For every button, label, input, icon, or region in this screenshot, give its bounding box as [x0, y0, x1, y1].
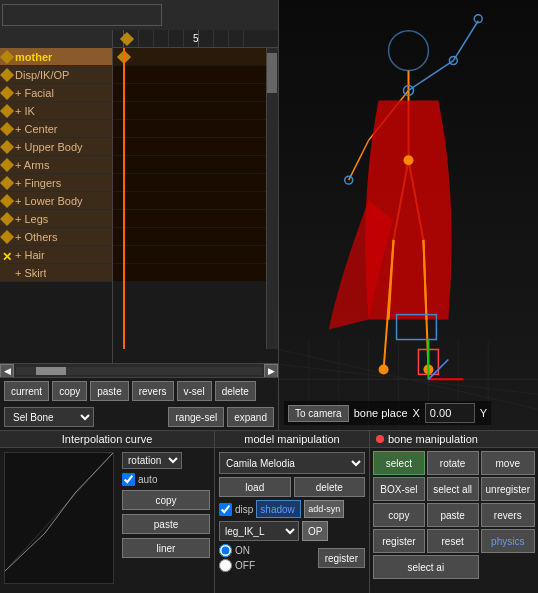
track-row-upper[interactable] [113, 138, 278, 156]
interp-copy-button[interactable]: copy [122, 490, 210, 510]
model-select[interactable]: Camila Melodia [219, 452, 365, 474]
diamond-icon [0, 193, 14, 207]
bone-row-skirt[interactable]: + Skirt [0, 264, 112, 282]
vline-1 [138, 30, 139, 47]
viewport-3d[interactable]: To camera bone place X Y [279, 0, 538, 430]
bone-box-sel-button[interactable]: BOX-sel [373, 477, 425, 501]
v-sel-button[interactable]: v-sel [177, 381, 212, 401]
track-row-arms[interactable] [113, 156, 278, 174]
vertical-scrollbar[interactable] [266, 48, 278, 349]
vline-3 [168, 30, 169, 47]
bone-label-facial: + Facial [15, 87, 54, 99]
shadow-input[interactable] [256, 500, 301, 518]
disp-label: disp [235, 504, 253, 515]
auto-checkbox-row: auto [122, 473, 210, 486]
bone-row-hair[interactable]: ✕ + Hair [0, 246, 112, 264]
scrollbar-thumb[interactable] [267, 53, 277, 93]
bone-rotate-button[interactable]: rotate [427, 451, 479, 475]
bone-physics-button[interactable]: physics [481, 529, 535, 553]
op-button[interactable]: OP [302, 521, 328, 541]
bone-label-ik: + IK [15, 105, 35, 117]
bone-row-center[interactable]: + Center [0, 120, 112, 138]
interpolation-title: Interpolation curve [0, 431, 214, 448]
track-row-lower[interactable] [113, 192, 278, 210]
bone-register-button[interactable]: register [373, 529, 425, 553]
bone-paste-button[interactable]: paste [427, 503, 479, 527]
timeline-search-input[interactable] [2, 4, 162, 26]
bone-label-others: + Others [15, 231, 58, 243]
track-row-fingers[interactable] [113, 174, 278, 192]
model-manipulation-panel: model manipulation Camila Melodia load d… [215, 431, 370, 593]
track-row-facial[interactable] [113, 84, 278, 102]
bone-row-lower-body[interactable]: + Lower Body [0, 192, 112, 210]
svg-line-14 [409, 61, 454, 91]
bone-list: mother Disp/IK/OP + Facial + IK [0, 30, 113, 363]
copy-button[interactable]: copy [52, 381, 87, 401]
scroll-right-btn[interactable]: ▶ [264, 364, 278, 378]
track-row-center[interactable] [113, 120, 278, 138]
delete-button[interactable]: delete [215, 381, 256, 401]
track-row-skirt[interactable] [113, 264, 278, 282]
bone-select-ai-button[interactable]: select ai [373, 555, 479, 579]
disp-checkbox[interactable] [219, 503, 232, 516]
bone-copy-button[interactable]: copy [373, 503, 425, 527]
track-row-ik[interactable] [113, 102, 278, 120]
diamond-icon [0, 229, 14, 243]
bone-row-legs[interactable]: + Legs [0, 210, 112, 228]
on-label: ON [235, 545, 250, 556]
model-load-button[interactable]: load [219, 477, 291, 497]
vline-8 [243, 30, 244, 47]
bone-row-fingers[interactable]: + Fingers [0, 174, 112, 192]
bone-move-button[interactable]: move [481, 451, 535, 475]
add-syn-button[interactable]: add-syn [304, 500, 344, 518]
paste-button[interactable]: paste [90, 381, 128, 401]
bone-row-arms[interactable]: + Arms [0, 156, 112, 174]
scroll-left-btn[interactable]: ◀ [0, 364, 14, 378]
track-row-legs[interactable] [113, 210, 278, 228]
interp-paste-button[interactable]: paste [122, 514, 210, 534]
svg-line-15 [453, 21, 478, 61]
range-sel-button[interactable]: range-sel [168, 407, 224, 427]
track-row-disp[interactable] [113, 66, 278, 84]
rotation-select[interactable]: rotation [122, 452, 182, 469]
off-radio[interactable] [219, 559, 232, 572]
bone-row-upper-body[interactable]: + Upper Body [0, 138, 112, 156]
bone-manipulation-panel: bone manipulation select rotate move BOX… [370, 431, 538, 593]
track-row-hair[interactable] [113, 246, 278, 264]
interp-liner-button[interactable]: liner [122, 538, 210, 558]
current-button[interactable]: current [4, 381, 49, 401]
model-register-button[interactable]: register [318, 548, 365, 568]
bone-row-others[interactable]: + Others [0, 228, 112, 246]
auto-checkbox[interactable] [122, 473, 135, 486]
bone-label-mother: mother [15, 51, 52, 63]
bone-row-disp[interactable]: Disp/IK/OP [0, 66, 112, 84]
revers-button[interactable]: revers [132, 381, 174, 401]
svg-point-10 [389, 31, 429, 71]
playhead-line [123, 48, 125, 349]
expand-button[interactable]: expand [227, 407, 274, 427]
bone-select-all-button[interactable]: select all [427, 477, 479, 501]
bone-row-mother[interactable]: mother [0, 48, 112, 66]
interpolation-canvas [4, 452, 114, 584]
sel-bone-select[interactable]: Sel Bone [4, 407, 94, 427]
on-radio[interactable] [219, 544, 232, 557]
bone-row-facial[interactable]: + Facial [0, 84, 112, 102]
model-leg-row: leg_IK_L OP [219, 521, 365, 541]
track-row-mother[interactable] [113, 48, 278, 66]
to-camera-button[interactable]: To camera [288, 405, 349, 422]
diamond-icon [0, 103, 14, 117]
bone-select-button[interactable]: select [373, 451, 425, 475]
viewport-panel: To camera bone place X Y [278, 0, 538, 430]
bone-row-ik[interactable]: + IK [0, 102, 112, 120]
bone-revers-button[interactable]: revers [481, 503, 535, 527]
bone-reset-button[interactable]: reset [427, 529, 479, 553]
timeline-header [0, 0, 278, 30]
track-row-others[interactable] [113, 228, 278, 246]
bone-unregister-button[interactable]: unregister [481, 477, 535, 501]
scroll-thumb[interactable] [36, 367, 66, 375]
leg-ik-select[interactable]: leg_IK_L [219, 521, 299, 541]
model-delete-button[interactable]: delete [294, 477, 366, 497]
bone-place-x-input[interactable] [425, 403, 475, 423]
diamond-icon [0, 175, 14, 189]
svg-point-26 [379, 364, 389, 374]
